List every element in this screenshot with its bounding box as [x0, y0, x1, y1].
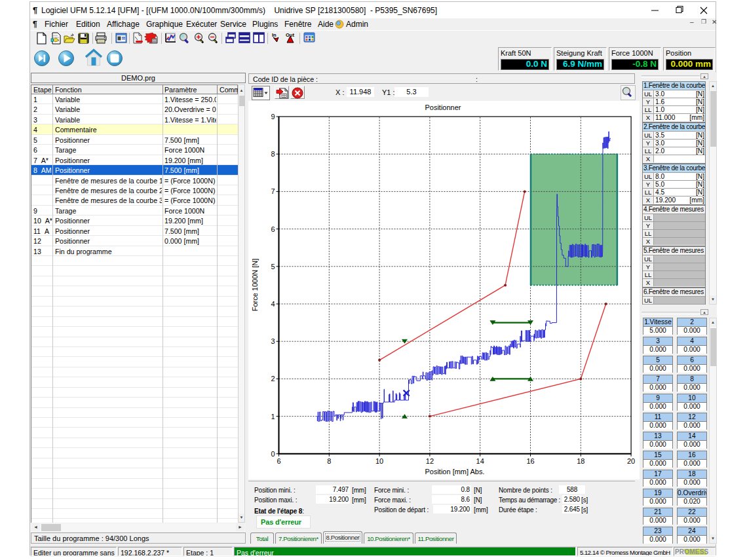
svg-text:Position [mm] Abs.: Position [mm] Abs.	[425, 468, 484, 476]
svg-text:PROMESS: PROMESS	[675, 548, 709, 555]
svg-text:5: 5	[271, 263, 275, 271]
svg-text:14: 14	[476, 457, 484, 465]
svg-text:3: 3	[271, 337, 275, 345]
svg-text:0: 0	[271, 450, 275, 458]
svg-text:20: 20	[627, 457, 635, 465]
svg-text:2: 2	[271, 375, 275, 383]
svg-text:1: 1	[271, 413, 275, 420]
svg-text:Positionner: Positionner	[425, 103, 461, 111]
svg-text:4: 4	[271, 300, 275, 308]
svg-text:10: 10	[375, 457, 383, 465]
svg-text:9: 9	[271, 113, 275, 121]
svg-text:Force 1000N [N]: Force 1000N [N]	[251, 259, 259, 312]
svg-text:8: 8	[271, 150, 275, 158]
svg-text:16: 16	[526, 457, 534, 465]
svg-text:6: 6	[271, 225, 275, 233]
svg-text:6: 6	[277, 457, 280, 465]
svg-text:In: In	[272, 32, 277, 38]
svg-text:18: 18	[577, 457, 584, 465]
svg-text:12: 12	[426, 457, 434, 465]
svg-text:7: 7	[271, 187, 275, 195]
svg-text:8: 8	[327, 457, 331, 465]
